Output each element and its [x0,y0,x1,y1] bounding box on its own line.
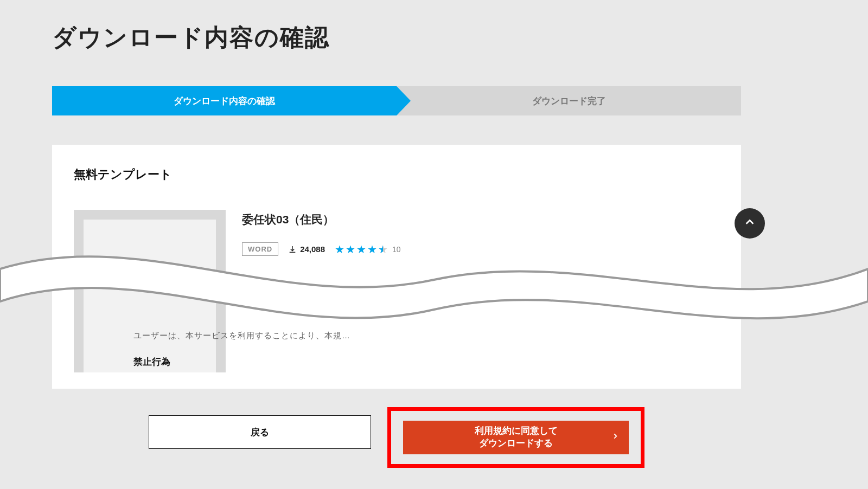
download-icon [288,245,297,254]
download-button-line2: ダウンロードする [475,437,558,450]
download-card: 無料テンプレート 委任状03（住民） WORD 24,088 [52,145,741,389]
download-button-line1: 利用規約に同意して [475,425,558,437]
card-subheading: 無料テンプレート [74,166,719,183]
scroll-to-top-button[interactable] [735,208,765,239]
step-confirm: ダウンロード内容の確認 [52,86,397,115]
download-count: 24,088 [288,244,325,254]
chevron-up-icon [744,216,756,230]
star-icon: ★ [335,243,344,256]
chevron-right-icon [611,433,619,443]
progress-stepper: ダウンロード内容の確認 ダウンロード完了 [52,86,741,115]
file-type-badge: WORD [242,242,278,256]
template-item: 委任状03（住民） WORD 24,088 ★ ★ ★ [74,210,719,372]
back-button[interactable]: 戻る [149,415,371,449]
star-half-icon: ★ [378,243,388,256]
template-thumbnail [74,210,226,372]
agree-and-download-button[interactable]: 利用規約に同意して ダウンロードする [403,421,629,454]
rating-count: 10 [392,245,401,254]
download-button-highlight: 利用規約に同意して ダウンロードする [387,407,644,468]
template-title: 委任状03（住民） [242,212,401,227]
step-complete: ダウンロード完了 [397,86,741,115]
terms-section-heading: 禁止行為 [133,356,170,368]
rating-stars: ★ ★ ★ ★ ★ 10 [335,243,401,256]
terms-excerpt: ユーザーは、本サービスを利用することにより、本規… [133,331,350,341]
star-icon: ★ [346,243,355,256]
page-title: ダウンロード内容の確認 [52,22,741,54]
download-count-value: 24,088 [300,244,325,254]
star-icon: ★ [367,243,377,256]
star-icon: ★ [356,243,366,256]
